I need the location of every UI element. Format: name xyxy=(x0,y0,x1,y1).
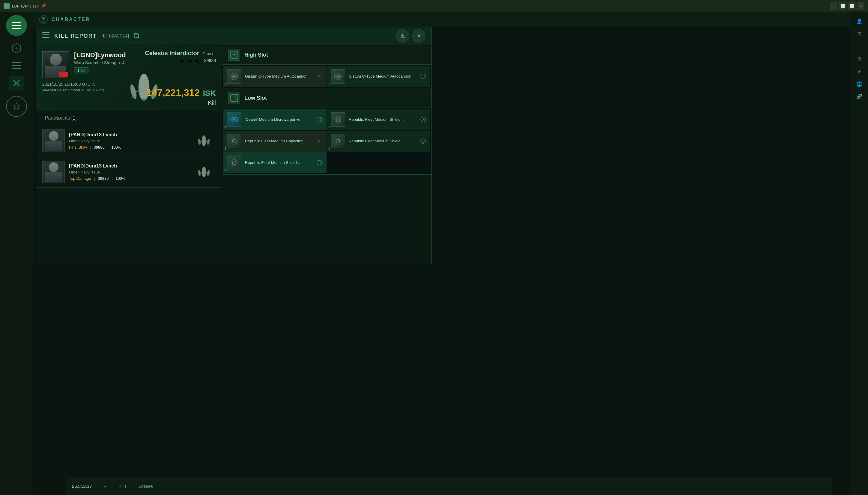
victim-avatar: — xyxy=(42,51,69,78)
kill-report-actions: ✕ xyxy=(396,29,425,42)
svg-marker-13 xyxy=(13,103,20,110)
right-icon-globe[interactable]: 🌐 xyxy=(854,79,865,89)
right-icon-person[interactable]: 👤 xyxy=(854,16,865,27)
slot-item[interactable]: 1 xyxy=(223,109,327,130)
item-destroyed-icon: ✕ xyxy=(316,73,323,80)
item-icon xyxy=(227,113,241,127)
minimize-button[interactable]: ─ xyxy=(830,2,837,10)
svg-text:⬡: ⬡ xyxy=(15,47,18,50)
close-button[interactable]: ✕ xyxy=(857,2,864,10)
low-slot-items: 1 xyxy=(222,108,432,174)
sidebar-icon-lines[interactable] xyxy=(9,58,24,73)
app-logo: L xyxy=(4,3,10,9)
maximize-button[interactable]: ⬜ xyxy=(848,2,855,10)
svg-rect-7 xyxy=(12,62,21,63)
right-icon-arrow-left[interactable]: ← xyxy=(854,478,865,489)
app-title: LDPlayer 3.114 xyxy=(12,4,39,8)
ship-type: Celestis Interdictor Cruiser xyxy=(145,50,216,57)
right-icon-star[interactable]: ★ xyxy=(854,66,865,77)
slot-item[interactable]: 1 xyxy=(223,131,327,152)
participant-stats: Top Damage | 39886 | 100% xyxy=(69,176,188,181)
sidebar-star-button[interactable] xyxy=(6,96,27,117)
item-icon xyxy=(227,69,241,84)
svg-rect-3 xyxy=(12,25,21,26)
svg-point-27 xyxy=(132,96,135,98)
item-icon xyxy=(227,134,241,148)
kill-report-panel: KILL REPORT [ID:6242014] ✕ xyxy=(36,27,432,264)
svg-rect-17 xyxy=(42,34,49,35)
slot-item[interactable]: 1 xyxy=(327,66,430,87)
slots-scrollable[interactable]: High Slot 1 xyxy=(222,45,432,264)
kills-label: Kills xyxy=(118,484,127,489)
item-saved-icon xyxy=(316,159,323,166)
item-destroyed-icon: ✕ xyxy=(316,138,323,145)
right-icon-settings[interactable]: ⚙ xyxy=(854,53,865,64)
svg-point-43 xyxy=(233,75,236,78)
kill-report-left: — [LGND]Lynwood Warp Scramble Strength: … xyxy=(36,45,222,264)
slot-item[interactable]: 1 xyxy=(223,66,327,87)
svg-rect-2 xyxy=(12,22,21,23)
svg-rect-18 xyxy=(42,37,49,38)
slot-item[interactable]: 1 xyxy=(327,109,430,130)
participant-ship-icon xyxy=(192,133,216,148)
high-slot-items: 1 xyxy=(222,65,432,88)
copy-icon[interactable] xyxy=(134,33,140,39)
svg-point-45 xyxy=(336,75,339,78)
participant-info: [PAND]Dora13 Lynch Omen Navy Issue Top D… xyxy=(69,163,188,181)
right-icon-grid[interactable]: ⊞ xyxy=(854,28,865,39)
char-header: CHARACTER xyxy=(33,12,850,27)
kill-report-header: KILL REPORT [ID:6242014] ✕ xyxy=(36,27,432,45)
kill-report-menu-icon[interactable] xyxy=(42,32,49,40)
slot-item[interactable]: 1 Republic Fleet Medium xyxy=(223,152,327,173)
right-icon-link[interactable]: 🔗 xyxy=(854,91,865,102)
total-damage: Total damage: 39886 xyxy=(145,58,216,63)
title-bar: L LDPlayer 3.114 📌 ─ ⬜ ⬜ ✕ xyxy=(0,0,868,12)
svg-point-15 xyxy=(42,17,45,20)
participant-avatar xyxy=(42,160,65,183)
victim-section: — [LGND]Lynwood Warp Scramble Strength: … xyxy=(36,45,222,111)
sidebar-icon-swords[interactable] xyxy=(9,75,24,90)
restore-button[interactable]: ⬜ xyxy=(839,2,847,10)
low-slot-header: Low Slot xyxy=(222,88,432,108)
participant-info: [PAND]Dora13 Lynch Omen Navy Issue Final… xyxy=(69,132,188,150)
kill-report-body: — [LGND]Lynwood Warp Scramble Strength: … xyxy=(36,45,432,264)
low-slot-icon xyxy=(228,92,240,104)
bottom-bar: 26,812.17 + Kills Losses xyxy=(66,477,832,495)
right-icon-list[interactable]: ≡ xyxy=(854,41,865,52)
high-slot-title: High Slot xyxy=(244,52,268,58)
sidebar-icon-hexagon: ⬡ xyxy=(9,41,24,56)
svg-rect-16 xyxy=(42,32,49,33)
svg-text:L: L xyxy=(6,5,7,7)
svg-point-30 xyxy=(202,135,206,146)
corp-badge: — xyxy=(60,72,68,77)
page-title: CHARACTER xyxy=(52,17,90,22)
participant-ship-icon xyxy=(192,165,216,180)
low-slot-section: Low Slot 1 xyxy=(222,88,432,175)
item-icon xyxy=(331,113,345,127)
high-slot-icon xyxy=(228,49,240,61)
item-icon xyxy=(331,69,345,84)
participant-item[interactable]: [PAND]Dora13 Lynch Omen Navy Issue Top D… xyxy=(36,156,222,188)
losses-label: Losses xyxy=(138,484,153,489)
item-icon xyxy=(331,134,345,148)
slot-item[interactable]: 1 Republic Fleet Medium xyxy=(327,131,430,152)
high-slot-header: High Slot xyxy=(222,45,432,65)
bottom-value: 26,812.17 xyxy=(72,484,92,489)
export-button[interactable] xyxy=(396,29,409,42)
close-panel-button[interactable]: ✕ xyxy=(412,29,425,42)
svg-point-57 xyxy=(335,138,341,144)
svg-point-12 xyxy=(16,82,17,84)
participant-item[interactable]: [PAND]Dora13 Lynch Omen Navy Issue Final… xyxy=(36,125,222,156)
high-slot-section: High Slot 1 xyxy=(222,45,432,88)
isk-value-display: 147,221,312 ISK Kill xyxy=(146,87,216,106)
item-icon xyxy=(227,155,241,170)
low-slot-title: Low Slot xyxy=(244,95,267,101)
svg-point-29 xyxy=(142,98,146,101)
svg-point-60 xyxy=(231,159,237,166)
participants-section: | Participants [1] xyxy=(36,111,222,264)
hamburger-menu-button[interactable] xyxy=(6,15,27,36)
title-bar-controls: ─ ⬜ ⬜ ✕ xyxy=(830,2,864,10)
kill-count-badge: 1 Kill xyxy=(74,67,88,73)
item-saved-icon xyxy=(419,116,427,123)
pin-icon: 📌 xyxy=(41,4,46,8)
